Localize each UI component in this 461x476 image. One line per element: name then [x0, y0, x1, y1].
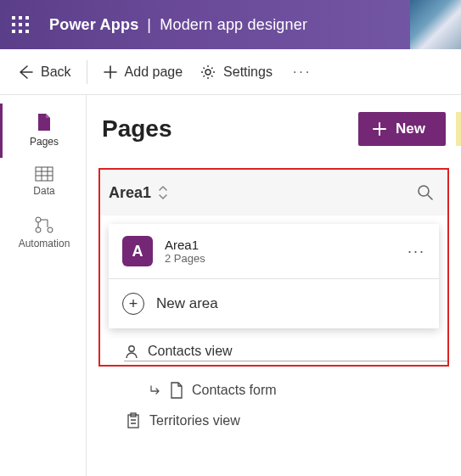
rail-automation-label: Automation	[19, 238, 70, 249]
flow-icon	[34, 216, 54, 234]
tree-item-territories-view[interactable]: Territories view	[126, 406, 446, 436]
app-title: Power Apps|Modern app designer	[49, 16, 307, 34]
subitem-icon	[149, 384, 161, 396]
table-icon	[35, 166, 53, 182]
highlight-box: Area1 A Area1 2 Pages ··	[98, 168, 449, 367]
document-icon	[170, 382, 183, 399]
tree-item-contacts-view[interactable]: Contacts view	[124, 337, 447, 361]
svg-point-2	[36, 217, 41, 222]
yellow-strip	[456, 112, 461, 146]
waffle-icon[interactable]	[12, 16, 29, 33]
more-button[interactable]: ···	[284, 59, 320, 85]
area-item-subtitle: 2 Pages	[165, 252, 205, 265]
rail-item-automation[interactable]: Automation	[0, 207, 86, 260]
new-area-button[interactable]: + New area	[109, 279, 439, 328]
page-tree-continued: Contacts form Territories view	[102, 372, 446, 436]
header-background-image	[410, 0, 461, 49]
back-button[interactable]: Back	[8, 59, 80, 86]
rail-data-label: Data	[33, 185, 54, 197]
rail-item-pages[interactable]: Pages	[0, 104, 86, 158]
rail-pages-label: Pages	[30, 136, 59, 148]
add-page-label: Add page	[125, 64, 183, 80]
chevron-updown-icon	[156, 184, 170, 201]
page-title: Pages	[102, 115, 172, 143]
plus-icon	[103, 64, 118, 80]
new-button[interactable]: New	[358, 112, 446, 146]
more-horizontal-icon: ···	[293, 64, 312, 80]
back-label: Back	[41, 64, 71, 80]
area-dropdown-item[interactable]: A Area1 2 Pages ···	[109, 224, 439, 278]
svg-point-5	[419, 186, 429, 196]
area-name-label: Area1	[109, 184, 151, 202]
tree-item-contacts-form[interactable]: Contacts form	[126, 375, 446, 406]
left-rail: Pages Data Automation	[0, 95, 87, 476]
settings-button[interactable]: Settings	[191, 59, 281, 86]
clipboard-icon	[126, 412, 141, 429]
svg-rect-1	[36, 167, 53, 181]
area-tile: A	[122, 236, 153, 266]
add-page-button[interactable]: Add page	[94, 59, 192, 85]
tree-label: Contacts view	[148, 344, 233, 359]
person-icon	[124, 344, 139, 359]
svg-point-0	[205, 70, 211, 75]
plus-icon	[372, 121, 387, 137]
svg-point-4	[36, 227, 41, 232]
tree-label: Contacts form	[192, 383, 277, 398]
divider	[87, 60, 87, 84]
new-area-label: New area	[156, 295, 218, 312]
more-horizontal-icon: ···	[408, 243, 425, 260]
main-panel: Pages New Area1	[87, 95, 461, 476]
area-selector[interactable]: Area1	[100, 170, 447, 216]
svg-point-6	[129, 346, 134, 351]
area-dropdown: A Area1 2 Pages ··· + New area	[109, 224, 439, 328]
tree-label: Territories view	[149, 413, 240, 428]
page-tree: Contacts view	[100, 333, 447, 361]
plus-circle-icon: +	[122, 293, 144, 315]
settings-label: Settings	[223, 64, 273, 80]
search-icon[interactable]	[417, 184, 434, 201]
area-item-title: Area1	[165, 238, 205, 252]
new-button-label: New	[396, 120, 425, 137]
app-header: Power Apps|Modern app designer	[0, 0, 461, 49]
toolbar: Back Add page Settings ···	[0, 49, 461, 95]
gear-icon	[200, 64, 216, 81]
area-item-more[interactable]: ···	[408, 243, 425, 260]
svg-point-3	[48, 227, 53, 232]
page-icon	[36, 112, 53, 132]
rail-item-data[interactable]: Data	[0, 158, 86, 207]
arrow-left-icon	[17, 64, 34, 81]
